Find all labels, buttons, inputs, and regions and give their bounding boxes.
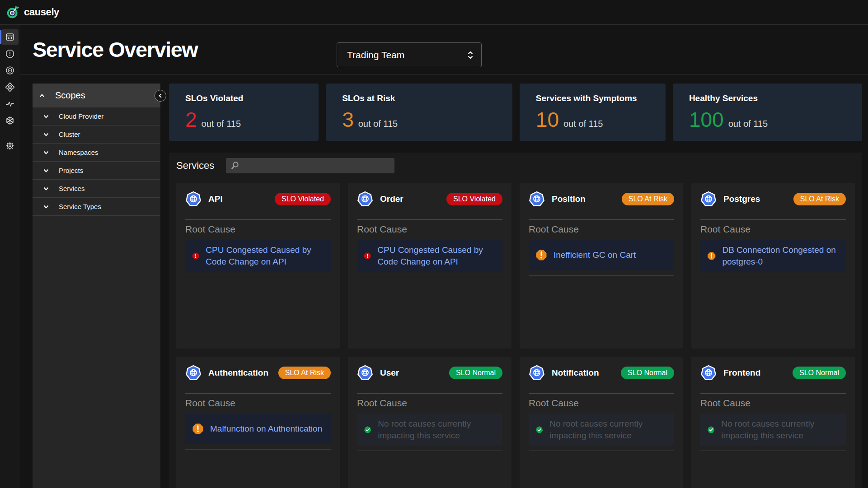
stat-card-slos-violated: SLOs Violated 2 out of 115 xyxy=(169,84,319,141)
nav-clusters[interactable] xyxy=(1,79,19,95)
icon-rail xyxy=(0,25,20,488)
service-globe-icon xyxy=(185,191,202,207)
causely-logo[interactable]: causely xyxy=(6,5,59,19)
nav-settings[interactable] xyxy=(1,138,19,153)
divider xyxy=(529,275,674,276)
service-name: API xyxy=(208,194,223,204)
service-card-api[interactable]: API SLO Violated Root Cause CPU Congeste… xyxy=(176,183,340,349)
warning-octagon-icon xyxy=(707,250,716,262)
slo-status-badge: SLO Normal xyxy=(621,367,674,379)
divider xyxy=(529,219,674,220)
root-cause-label: Root Cause xyxy=(700,398,846,409)
service-globe-icon xyxy=(357,365,373,381)
root-cause-item[interactable]: DB Connection Congested on postgres-0 xyxy=(700,240,846,272)
root-cause-item[interactable]: Malfunction on Authentication xyxy=(185,414,331,444)
chevron-down-icon xyxy=(43,204,49,210)
no-root-cause-text: No root causes currently impacting this … xyxy=(721,418,839,441)
alert-octagon-icon xyxy=(5,49,15,59)
divider xyxy=(529,393,674,394)
nav-targets[interactable] xyxy=(1,63,19,78)
scopes-panel: Scopes Cloud Provider Cluster Namespaces xyxy=(33,84,160,488)
nav-activity[interactable] xyxy=(1,96,19,112)
divider xyxy=(185,449,331,450)
stat-denominator: out of 115 xyxy=(358,119,398,129)
team-selector[interactable]: Trading Team xyxy=(337,42,482,67)
overview-area: SLOs Violated 2 out of 115 SLOs at Risk … xyxy=(169,84,862,488)
service-card-notification[interactable]: Notification SLO Normal Root Cause No ro… xyxy=(520,357,683,488)
stat-value: 3 xyxy=(342,109,354,130)
chevron-down-icon xyxy=(43,186,49,192)
divider xyxy=(700,219,846,220)
service-card-postgres[interactable]: Postgres SLO At Risk Root Cause DB Conne… xyxy=(691,183,855,349)
nav-dashboard[interactable] xyxy=(1,29,19,45)
root-cause-item[interactable]: Inefficient GC on Cart xyxy=(529,240,674,270)
divider xyxy=(700,451,846,451)
scope-item-services[interactable]: Services xyxy=(33,180,160,198)
chevron-up-icon xyxy=(39,93,45,99)
service-card-user[interactable]: User SLO Normal Root Cause No root cause… xyxy=(348,357,511,488)
divider xyxy=(185,219,331,220)
service-card-authentication[interactable]: Authentication SLO At Risk Root Cause Ma… xyxy=(176,357,340,488)
chevron-left-icon xyxy=(157,93,164,99)
critical-octagon-icon xyxy=(364,250,371,262)
warning-octagon-icon xyxy=(192,423,204,435)
root-cause-label: Root Cause xyxy=(185,224,331,235)
divider xyxy=(700,277,846,277)
scope-item-label: Projects xyxy=(59,167,83,174)
nav-alerts[interactable] xyxy=(1,46,19,61)
stat-title: Healthy Services xyxy=(689,93,846,103)
slo-status-badge: SLO At Risk xyxy=(793,193,846,205)
scope-item-cluster[interactable]: Cluster xyxy=(33,125,160,144)
service-card-frontend[interactable]: Frontend SLO Normal Root Cause No root c… xyxy=(691,357,855,488)
services-panel: Services API SLO Violated xyxy=(169,153,862,488)
scope-item-label: Cloud Provider xyxy=(59,112,103,120)
hex-wheel-icon xyxy=(5,116,15,125)
service-name: Frontend xyxy=(723,368,760,378)
services-search[interactable] xyxy=(226,158,394,173)
scope-item-projects[interactable]: Projects xyxy=(33,162,160,180)
service-cards-grid: API SLO Violated Root Cause CPU Congeste… xyxy=(176,183,855,488)
scopes-collapse-button[interactable] xyxy=(155,90,166,102)
root-cause-link[interactable]: DB Connection Congested on postgres-0 xyxy=(722,244,839,267)
divider xyxy=(357,277,502,277)
no-root-cause-text: No root causes currently impacting this … xyxy=(378,418,496,441)
root-cause-link[interactable]: CPU Congested Caused by Code Change on A… xyxy=(377,244,496,267)
scope-item-namespaces[interactable]: Namespaces xyxy=(33,144,160,162)
warning-octagon-icon xyxy=(535,249,547,261)
service-card-order[interactable]: Order SLO Violated Root Cause CPU Conges… xyxy=(348,183,511,349)
divider xyxy=(357,451,502,451)
scopes-header[interactable]: Scopes xyxy=(33,84,160,107)
root-cause-item[interactable]: CPU Congested Caused by Code Change on A… xyxy=(357,240,502,272)
causely-logo-icon xyxy=(6,5,20,19)
root-cause-label: Root Cause xyxy=(529,224,674,235)
root-cause-item[interactable]: CPU Congested Caused by Code Change on A… xyxy=(185,240,331,272)
divider xyxy=(357,219,502,220)
service-name: Order xyxy=(380,194,404,204)
divider xyxy=(357,393,502,394)
stat-denominator: out of 115 xyxy=(728,119,768,129)
chevron-down-icon xyxy=(43,131,49,138)
gear-icon xyxy=(5,141,15,151)
scope-item-service-types[interactable]: Service Types xyxy=(33,198,160,216)
service-name: Notification xyxy=(552,368,599,378)
stat-cards-row: SLOs Violated 2 out of 115 SLOs at Risk … xyxy=(169,84,862,141)
root-cause-link[interactable]: CPU Congested Caused by Code Change on A… xyxy=(206,244,324,267)
nav-services[interactable] xyxy=(1,113,19,128)
dashboard-icon xyxy=(5,32,15,42)
stat-card-healthy-services: Healthy Services 100 out of 115 xyxy=(673,84,862,141)
root-cause-link[interactable]: Malfunction on Authentication xyxy=(210,423,322,435)
services-search-input[interactable] xyxy=(243,162,390,170)
service-card-position[interactable]: Position SLO At Risk Root Cause Ineffici… xyxy=(520,183,683,349)
service-name: User xyxy=(380,368,399,378)
search-icon xyxy=(230,161,239,170)
slo-status-badge: SLO Normal xyxy=(449,367,502,379)
root-cause-link[interactable]: Inefficient GC on Cart xyxy=(554,249,636,261)
root-cause-label: Root Cause xyxy=(700,224,846,235)
top-bar: causely xyxy=(0,0,868,25)
brand-name: causely xyxy=(24,6,59,18)
scope-item-cloud-provider[interactable]: Cloud Provider xyxy=(33,107,160,125)
stat-card-services-with-symptoms: Services with Symptoms 10 out of 115 xyxy=(520,84,666,141)
chevron-down-icon xyxy=(43,113,49,120)
stat-denominator: out of 115 xyxy=(202,119,241,129)
slo-status-badge: SLO At Risk xyxy=(278,367,331,379)
